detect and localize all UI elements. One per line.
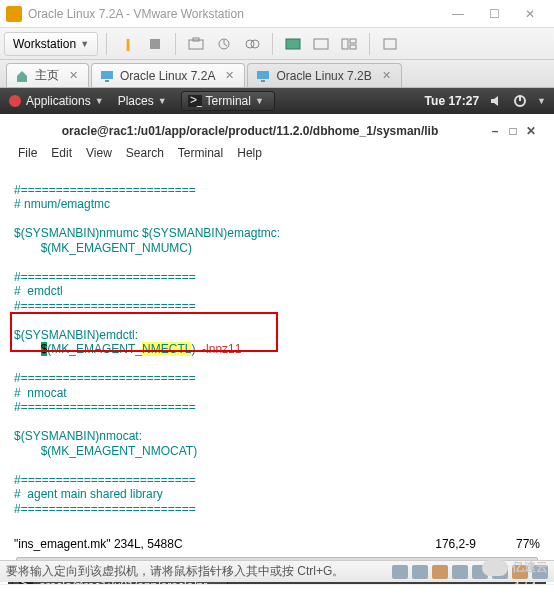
close-icon[interactable]: ✕: [225, 69, 234, 82]
window-maximize-button[interactable]: □: [504, 123, 522, 139]
manage-button[interactable]: [240, 32, 264, 56]
monitor-icon: [100, 69, 114, 83]
code-line: # nmum/emagtmc: [14, 197, 110, 211]
chevron-down-icon: ▼: [255, 96, 264, 106]
stop-button[interactable]: [143, 32, 167, 56]
svg-rect-12: [101, 71, 113, 79]
code-line: $(SYSMANBIN)nmocat:: [14, 429, 142, 443]
terminal-icon: >_: [188, 95, 202, 107]
menu-view[interactable]: View: [86, 146, 112, 160]
code-line: $(MK_EMAGENT_NMOCAT): [14, 444, 197, 458]
tab-vm-b-label: Oracle Linux 7.2B: [276, 69, 371, 83]
vmware-status-bar: 要将输入定向到该虚拟机，请将鼠标指针移入其中或按 Ctrl+G。: [0, 560, 554, 582]
volume-icon[interactable]: [489, 94, 503, 108]
tab-vm-b[interactable]: Oracle Linux 7.2B ✕: [247, 63, 401, 87]
code-line: #=========================: [14, 299, 196, 313]
menu-terminal[interactable]: Terminal: [178, 146, 223, 160]
device-net-icon[interactable]: [432, 565, 448, 579]
unity-button[interactable]: [309, 32, 333, 56]
maximize-button[interactable]: ☐: [476, 2, 512, 26]
workstation-label: Workstation: [13, 37, 76, 51]
close-icon[interactable]: ✕: [382, 69, 391, 82]
terminal-menubar: File Edit View Search Terminal Help: [8, 142, 546, 164]
device-cd-icon[interactable]: [412, 565, 428, 579]
code-line: #=========================: [14, 502, 196, 516]
svg-rect-14: [257, 71, 269, 79]
cloud-icon: [482, 560, 508, 576]
applications-menu[interactable]: Applications ▼: [8, 94, 104, 108]
svg-rect-8: [342, 39, 348, 49]
code-line: # emdctl: [14, 284, 63, 298]
code-line: # nmocat: [14, 386, 67, 400]
minimize-button[interactable]: —: [440, 2, 476, 26]
code-line: #=========================: [14, 400, 196, 414]
chevron-down-icon: ▼: [80, 39, 89, 49]
menu-help[interactable]: Help: [237, 146, 262, 160]
app-icon: [6, 6, 22, 22]
vmware-toolbar: Workstation ▼ ||: [0, 28, 554, 60]
vim-file-info: "ins_emagent.mk" 234L, 5488C: [14, 537, 183, 551]
vim-scroll-pct: 77%: [516, 537, 540, 551]
terminal-label: Terminal: [206, 94, 251, 108]
tab-vm-a-label: Oracle Linux 7.2A: [120, 69, 215, 83]
places-label: Places: [118, 94, 154, 108]
code-line: #=========================: [14, 473, 196, 487]
menu-search[interactable]: Search: [126, 146, 164, 160]
highlight-box: [10, 312, 278, 352]
svg-point-16: [9, 95, 21, 107]
window-close-button[interactable]: ✕: [522, 123, 540, 139]
window-title: Oracle Linux 7.2A - VMware Workstation: [28, 7, 440, 21]
watermark-text: 亿速云: [512, 559, 548, 576]
svg-rect-13: [105, 80, 109, 82]
vm-tabs: 主页 ✕ Oracle Linux 7.2A ✕ Oracle Linux 7.…: [0, 60, 554, 88]
svg-rect-9: [350, 39, 356, 43]
code-line: #=========================: [14, 270, 196, 284]
chevron-down-icon: ▼: [158, 96, 167, 106]
workstation-menu[interactable]: Workstation ▼: [4, 32, 98, 56]
svg-rect-11: [384, 39, 396, 49]
power-icon[interactable]: [513, 94, 527, 108]
thumbnail-button[interactable]: [337, 32, 361, 56]
close-button[interactable]: ✕: [512, 2, 548, 26]
code-line: $(MK_EMAGENT_NMUMC): [14, 241, 192, 255]
window-minimize-button[interactable]: –: [486, 123, 504, 139]
code-line: #=========================: [14, 371, 196, 385]
device-hdd-icon[interactable]: [392, 565, 408, 579]
apps-icon: [8, 94, 22, 108]
tab-home-label: 主页: [35, 67, 59, 84]
bottom-edge: [0, 584, 554, 598]
svg-rect-15: [261, 80, 265, 82]
device-usb-icon[interactable]: [452, 565, 468, 579]
fullscreen-button[interactable]: [281, 32, 305, 56]
tab-home[interactable]: 主页 ✕: [6, 63, 89, 87]
menu-file[interactable]: File: [18, 146, 37, 160]
vmware-status-text: 要将输入定向到该虚拟机，请将鼠标指针移入其中或按 Ctrl+G。: [6, 563, 392, 580]
code-line: # agent main shared library: [14, 487, 163, 501]
code-line: #=========================: [14, 183, 196, 197]
gnome-panel: Applications ▼ Places ▼ >_ Terminal ▼ Tu…: [0, 88, 554, 114]
menu-edit[interactable]: Edit: [51, 146, 72, 160]
tab-vm-a[interactable]: Oracle Linux 7.2A ✕: [91, 63, 245, 87]
home-icon: [15, 69, 29, 83]
vim-status-line: "ins_emagent.mk" 234L, 5488C 176,2-9 77%: [8, 535, 546, 553]
chevron-down-icon: ▼: [537, 96, 546, 106]
places-menu[interactable]: Places ▼: [118, 94, 167, 108]
terminal-title: oracle@rac1:/u01/app/oracle/product/11.2…: [14, 124, 486, 138]
svg-text:>_: >_: [190, 95, 202, 107]
svg-rect-0: [150, 39, 160, 49]
console-button[interactable]: [378, 32, 402, 56]
monitor-icon: [256, 69, 270, 83]
terminal-task[interactable]: >_ Terminal ▼: [181, 91, 275, 111]
close-icon[interactable]: ✕: [69, 69, 78, 82]
revert-button[interactable]: [212, 32, 236, 56]
chevron-down-icon: ▼: [95, 96, 104, 106]
separator: [106, 33, 107, 55]
terminal-titlebar: oracle@rac1:/u01/app/oracle/product/11.2…: [8, 120, 546, 142]
pause-button[interactable]: ||: [115, 32, 139, 56]
snapshot-button[interactable]: [184, 32, 208, 56]
vim-cursor-pos: 176,2-9: [435, 537, 476, 551]
window-titlebar: Oracle Linux 7.2A - VMware Workstation —…: [0, 0, 554, 28]
terminal-body[interactable]: #========================= # nmum/emagtm…: [8, 164, 546, 535]
clock[interactable]: Tue 17:27: [425, 94, 479, 108]
separator: [272, 33, 273, 55]
